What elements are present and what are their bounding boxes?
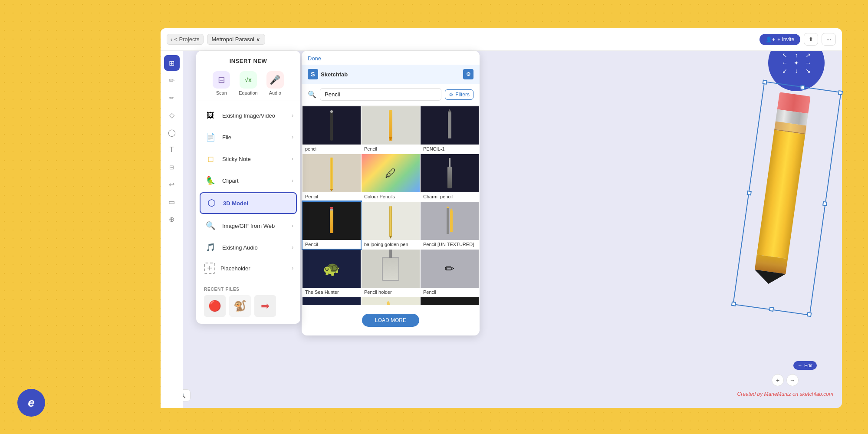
more-button[interactable]: ··· [822,33,836,46]
undo-icon: ↩ [169,181,174,189]
sidebar-circle-button[interactable]: ◯ [164,125,180,140]
rect-icon: ▭ [168,198,175,206]
sidebar-rect-button[interactable]: ▭ [164,194,180,210]
insert-quick-icons: ⊟ Scan √x Equation 🎤 Audio [196,71,300,101]
grid-item-colour-pencils[interactable]: 🖊 Colour Pencils [362,154,420,201]
grid-item-label: Pencil [302,240,361,249]
sketchfab-grid: pencil Pencil PENCIL-1 [302,105,480,305]
load-more-button[interactable]: LOAD MORE [362,314,419,327]
nav-down-right-icon: ↘ [803,67,814,74]
insert-sticky-note-item[interactable]: ◻ Sticky Note › [196,148,300,170]
share-button[interactable]: ⬆ [804,33,818,46]
equation-label: Equation [239,90,257,95]
insert-existing-audio-item[interactable]: 🎵 Existing Audio › [196,237,300,258]
recent-file-3[interactable]: ➡ [254,295,276,317]
grid-item-pencil-simple[interactable]: ✏ Pencil [421,250,479,296]
nav-down-left-icon: ↙ [779,67,790,74]
grid-item-pencil-1[interactable]: PENCIL-1 [421,106,479,153]
chevron-icon: › [292,134,293,140]
sketchfab-settings-icon[interactable]: ⚙ [463,69,473,79]
project-dropdown[interactable]: Metropol Parasol ∨ [207,34,265,45]
top-bar: ‹ < Projects Metropol Parasol ∨ 👤+ + Inv… [161,28,842,51]
grid-item-label: ballpoing golden pen [362,240,420,249]
grid-item-thumbnail [421,106,479,145]
sidebar-pages-button[interactable]: ⊞ [164,55,180,71]
grid-item-golden-pen[interactable]: ballpoing golden pen [362,202,420,249]
grid-item-untextured[interactable]: Pencil [UN TEXTURED] [421,202,479,249]
add-page-button[interactable]: + [772,374,784,386]
chevron-icon: › [292,265,293,271]
shape-icon: ◇ [169,111,174,119]
insert-image-web-item[interactable]: 🔍 Image/GIF from Web › [196,215,300,237]
grid-item-label: Pencil holder [362,288,420,296]
insert-file-item[interactable]: 📄 File › [196,126,300,148]
insert-clipart-item[interactable]: 🦜 Clipart › [196,170,300,191]
share-icon: ⬆ [809,36,813,43]
grid-item-thumbnail [362,106,420,145]
grid-item-pencil-yellow[interactable]: Pencil [302,154,361,201]
attribution-text: Created by ManeMuniz on sketchfab.com [737,391,833,397]
recent-file-2[interactable]: 🐒 [229,295,251,317]
grid-item-vending[interactable]: 🎮 Cartoon Vending Machine [302,297,361,305]
back-arrow-icon: ‹ [171,36,172,43]
placeholder-label: Placeholder [220,265,250,272]
more-icon: ··· [826,36,831,43]
grid-item-pencil-holder[interactable]: Pencil holder [362,250,420,296]
grid-item-thumbnail [302,202,361,240]
image-video-icon: 🖼 [204,109,217,122]
nav-right-icon: → [803,59,814,66]
insert-menu-list: 🖼 Existing Image/Video › 📄 File › ◻ Stic… [196,101,300,282]
grid-item-charm-pencil[interactable]: Charm_pencil [421,154,479,201]
nav-down-icon: ↓ [791,67,802,74]
grid-item-watch[interactable]: ⌚ Inishcaltra, Co. Clare (CL029-0.. [421,297,479,305]
image-web-label: Image/GIF from Web [222,223,275,229]
grid-item-pencil-yellow-simple[interactable]: pencil [362,297,420,305]
sidebar-zoom-button[interactable]: ⊕ [164,211,180,227]
chevron-icon: › [292,223,293,229]
next-page-button[interactable]: → [786,374,799,386]
insert-3d-model-item[interactable]: ⬡ 3D Model [200,192,297,214]
done-button[interactable]: Done [308,55,321,62]
recent-file-1[interactable]: 🔴 [204,295,226,317]
grid-item-pencil-single[interactable]: Pencil [362,106,420,153]
zoom-icon: ⊕ [169,215,174,224]
sidebar-pen-button[interactable]: ✏ [164,72,180,88]
project-name: Metropol Parasol [212,36,254,43]
grid-item-thumbnail [362,297,420,305]
sidebar-grid-button[interactable]: ⊟ [164,159,180,175]
audio-label: Audio [269,90,281,95]
audio-icon-circle: 🎤 [266,71,284,89]
grid-item-sea-hunter[interactable]: 🐢 The Sea Hunter [302,250,361,296]
image-video-label: Existing Image/Video [222,112,275,119]
pages-icon: ⊞ [169,59,174,67]
sidebar-pencil-button[interactable]: ✏ [164,90,180,105]
grid-item-pencil-dark[interactable]: pencil [302,106,361,153]
sidebar-shape-button[interactable]: ◇ [164,107,180,123]
quick-audio-item[interactable]: 🎤 Audio [266,71,284,95]
invite-button[interactable]: 👤+ + Invite [760,34,800,45]
grid-item-thumbnail [302,154,361,192]
app-logo[interactable]: e [17,389,45,417]
edit-badge[interactable]: ↔ Edit [793,361,817,370]
grid-item-thumbnail [302,106,361,145]
recent-files-row: 🔴 🐒 ➡ [204,295,293,317]
back-button[interactable]: ‹ < Projects [167,34,204,45]
filters-button[interactable]: ⚙ Filters [445,89,473,100]
sidebar-text-button[interactable]: T [164,142,180,158]
grid-item-pencil-3d[interactable]: Pencil [302,202,361,249]
existing-audio-label: Existing Audio [222,244,258,251]
grid-item-thumbnail [421,202,479,240]
nav-up-left-icon: ↖ [779,52,790,59]
quick-equation-item[interactable]: √x Equation [239,71,257,95]
sketchfab-search-input[interactable] [320,88,441,101]
top-bar-actions: 👤+ + Invite ⬆ ··· [760,33,836,46]
quick-scan-item[interactable]: ⊟ Scan [213,71,230,95]
sticky-note-icon: ◻ [204,152,217,165]
sidebar-undo-button[interactable]: ↩ [164,177,180,192]
sketchfab-header: S Sketchfab ⚙ [302,65,480,84]
insert-image-video-item[interactable]: 🖼 Existing Image/Video › [196,105,300,126]
insert-panel-title: INSERT NEW [196,51,300,71]
grid-item-thumbnail: 🎮 [302,297,361,305]
insert-placeholder-item[interactable]: + Placeholder › [196,258,300,278]
grid-item-label: Pencil [362,145,420,153]
